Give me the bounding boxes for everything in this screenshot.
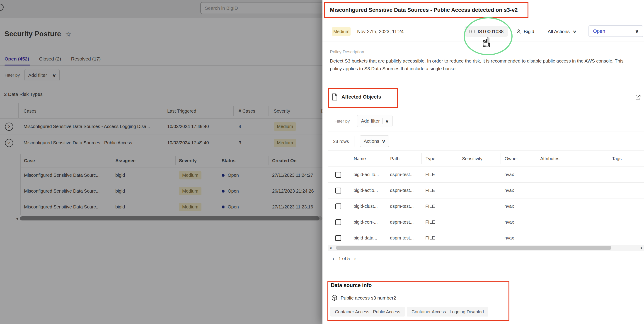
column-header-owner[interactable]: Owner [500, 153, 536, 164]
row-checkbox[interactable] [335, 219, 341, 225]
row-checkbox[interactable] [335, 172, 341, 178]
object-name: bigid-corr-... [350, 220, 386, 225]
actions-label: Actions [364, 138, 379, 144]
person-icon [516, 29, 522, 34]
add-filter-label: Add filter [361, 118, 380, 124]
data-source-tag: Container Access : Public Access [330, 307, 405, 316]
ticket-icon [469, 28, 475, 34]
modal-backdrop[interactable] [0, 0, 322, 324]
row-count: 23 rows [333, 136, 349, 147]
object-type: FILE [422, 188, 458, 193]
filter-by-label: Filter by [334, 118, 350, 125]
column-header-name[interactable]: Name [350, 153, 386, 164]
object-name: bigid-clust... [350, 204, 386, 209]
policy-description-text: Detect S3 buckets that are publicly acce… [330, 57, 633, 72]
column-header-path[interactable]: Path [386, 153, 422, 164]
pagination: ‹ 1 of 5 › [332, 254, 356, 263]
row-checkbox[interactable] [335, 188, 341, 194]
object-owner: nvax [500, 172, 536, 177]
chevron-down-icon: ∨ [385, 118, 389, 124]
object-owner: nvax [500, 220, 536, 225]
chevron-down-icon: ∨ [382, 139, 386, 144]
object-name: bigid-data... [350, 236, 386, 240]
all-actions-label: All Actions [548, 29, 570, 34]
data-source-tag: Container Access : Logging Disabled [407, 307, 488, 316]
assignee-name: Bigid [524, 29, 534, 34]
object-type: FILE [422, 172, 458, 177]
case-detail-title: Misconfigured Sensitive Data Sources - P… [330, 7, 529, 13]
column-header-sensitivity[interactable]: Sensitivity [458, 153, 500, 164]
object-path: dspm-test... [386, 188, 422, 193]
policy-description-label: Policy Description [330, 50, 364, 54]
object-owner: nvax [500, 188, 536, 193]
object-type: FILE [422, 220, 458, 225]
object-path: dspm-test... [386, 220, 422, 225]
scroll-right-icon[interactable]: ▶ [640, 246, 644, 250]
column-header-tags[interactable]: Tags [608, 153, 644, 164]
object-type: FILE [422, 236, 458, 240]
object-name: bigid-actio... [350, 188, 386, 193]
status-select[interactable]: Open ∨ [588, 26, 643, 37]
chevron-down-icon: ∨ [635, 28, 639, 34]
affected-objects-title: Affected Objects [342, 94, 381, 100]
document-icon [332, 93, 338, 100]
all-actions-dropdown[interactable]: All Actions ∨ [548, 27, 576, 36]
column-header-type[interactable]: Type [422, 153, 458, 164]
table-row[interactable]: bigid-data... dspm-test... FILE nvax [328, 230, 644, 246]
case-detail-panel: Misconfigured Sensitive Data Sources - P… [322, 0, 644, 324]
column-header-attributes[interactable]: Attributes [536, 153, 608, 164]
divider [382, 118, 383, 124]
select-column-header [328, 153, 350, 164]
object-path: dspm-test... [386, 236, 422, 240]
object-owner: nvax [500, 204, 536, 209]
detected-date: Nov 27th, 2023, 11:24 [357, 27, 404, 36]
divider [322, 41, 644, 42]
object-path: dspm-test... [386, 204, 422, 209]
add-filter-button[interactable]: Add filter ∨ [357, 115, 392, 127]
object-name: bigid-aci.lo... [350, 172, 386, 177]
severity-badge: Medium [332, 27, 350, 36]
ticket-id-chip[interactable]: IST0001038 [464, 26, 508, 37]
chevron-down-icon: ∨ [572, 29, 577, 34]
divider [328, 131, 644, 132]
previous-page-icon[interactable]: ‹ [332, 256, 334, 262]
open-in-new-icon[interactable] [634, 94, 641, 100]
status-select-value: Open [593, 28, 605, 34]
table-row[interactable]: bigid-actio... dspm-test... FILE nvax [328, 182, 644, 198]
divider [354, 136, 354, 146]
table-row[interactable]: bigid-aci.lo... dspm-test... FILE nvax [328, 167, 644, 182]
next-page-icon[interactable]: › [354, 256, 356, 262]
horizontal-scrollbar[interactable]: ◀ ▶ [328, 245, 644, 251]
affected-objects-table: Name Path Type Sensitivity Owner Attribu… [328, 150, 644, 246]
object-owner: nvax [500, 236, 536, 240]
security-posture-page: Security Posture ☆ Open (452) Closed (2)… [0, 0, 322, 324]
table-row[interactable]: bigid-corr-... dspm-test... FILE nvax [328, 214, 644, 230]
row-checkbox[interactable] [335, 235, 341, 241]
page-indicator: 1 of 5 [338, 256, 350, 261]
data-source-info-title: Data source info [331, 282, 372, 288]
scrollbar-thumb[interactable] [336, 246, 611, 250]
actions-dropdown-button[interactable]: Actions ∨ [360, 135, 389, 147]
cube-icon [331, 294, 338, 301]
assignee-chip[interactable]: Bigid [516, 27, 534, 36]
affected-objects-header: Name Path Type Sensitivity Owner Attribu… [328, 151, 644, 167]
table-row[interactable]: bigid-clust... dspm-test... FILE nvax [328, 198, 644, 214]
object-type: FILE [422, 204, 458, 209]
ticket-id: IST0001038 [478, 29, 504, 34]
scroll-left-icon[interactable]: ◀ [328, 246, 333, 250]
data-source-name[interactable]: Public access s3 number2 [340, 295, 396, 301]
row-checkbox[interactable] [335, 204, 341, 209]
object-path: dspm-test... [386, 172, 422, 177]
